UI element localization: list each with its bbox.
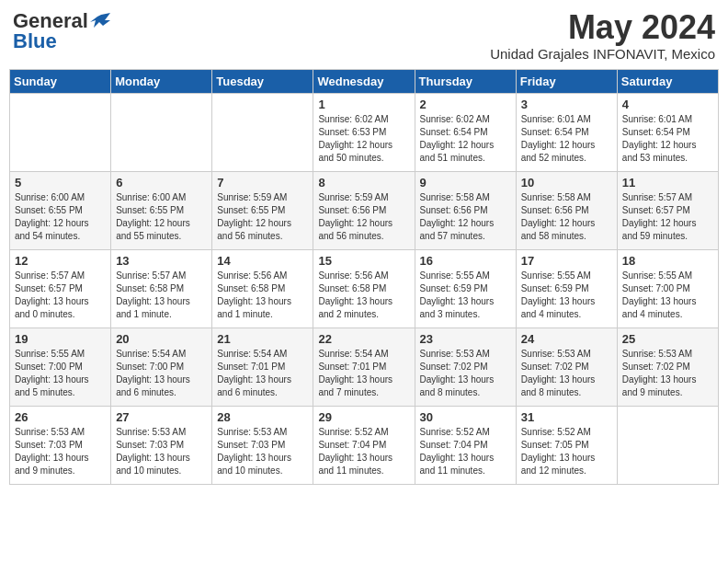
table-row: 23Sunrise: 5:53 AM Sunset: 7:02 PM Dayli… <box>415 327 516 406</box>
day-info: Sunrise: 5:57 AM Sunset: 6:57 PM Dayligh… <box>15 270 106 321</box>
table-row: 27Sunrise: 5:53 AM Sunset: 7:03 PM Dayli… <box>111 406 212 484</box>
table-row <box>212 93 313 171</box>
day-number: 15 <box>318 254 409 268</box>
day-info: Sunrise: 5:54 AM Sunset: 7:01 PM Dayligh… <box>217 348 308 399</box>
day-info: Sunrise: 6:01 AM Sunset: 6:54 PM Dayligh… <box>622 113 713 165</box>
table-row: 9Sunrise: 5:58 AM Sunset: 6:56 PM Daylig… <box>415 171 516 249</box>
day-info: Sunrise: 5:54 AM Sunset: 7:00 PM Dayligh… <box>116 348 207 399</box>
calendar-header-row: Sunday Monday Tuesday Wednesday Thursday… <box>10 69 719 93</box>
table-row: 21Sunrise: 5:54 AM Sunset: 7:01 PM Dayli… <box>212 327 313 406</box>
table-row: 13Sunrise: 5:57 AM Sunset: 6:58 PM Dayli… <box>111 249 212 327</box>
table-row: 7Sunrise: 5:59 AM Sunset: 6:55 PM Daylig… <box>212 171 313 249</box>
calendar-week-row: 5Sunrise: 6:00 AM Sunset: 6:55 PM Daylig… <box>10 171 719 249</box>
day-info: Sunrise: 5:57 AM Sunset: 6:58 PM Dayligh… <box>116 270 207 321</box>
day-info: Sunrise: 5:56 AM Sunset: 6:58 PM Dayligh… <box>318 270 409 321</box>
table-row: 29Sunrise: 5:52 AM Sunset: 7:04 PM Dayli… <box>313 406 415 484</box>
table-row <box>617 406 718 484</box>
day-number: 7 <box>217 176 308 190</box>
table-row: 17Sunrise: 5:55 AM Sunset: 6:59 PM Dayli… <box>516 249 617 327</box>
table-row: 12Sunrise: 5:57 AM Sunset: 6:57 PM Dayli… <box>10 249 111 327</box>
day-number: 30 <box>420 410 511 424</box>
title-section: May 2024 Unidad Grajales INFONAVIT, Mexi… <box>490 9 715 62</box>
day-number: 8 <box>318 176 409 190</box>
day-info: Sunrise: 5:59 AM Sunset: 6:55 PM Dayligh… <box>217 191 308 243</box>
logo-blue-text: Blue <box>13 29 57 53</box>
day-info: Sunrise: 5:53 AM Sunset: 7:03 PM Dayligh… <box>116 426 207 477</box>
day-number: 1 <box>318 98 409 111</box>
table-row: 2Sunrise: 6:02 AM Sunset: 6:54 PM Daylig… <box>415 93 516 171</box>
table-row: 25Sunrise: 5:53 AM Sunset: 7:02 PM Dayli… <box>617 327 718 406</box>
table-row: 22Sunrise: 5:54 AM Sunset: 7:01 PM Dayli… <box>313 327 415 406</box>
table-row: 8Sunrise: 5:59 AM Sunset: 6:56 PM Daylig… <box>313 171 415 249</box>
day-number: 14 <box>217 254 308 268</box>
day-number: 2 <box>420 98 511 111</box>
day-number: 17 <box>521 254 612 268</box>
table-row: 6Sunrise: 6:00 AM Sunset: 6:55 PM Daylig… <box>111 171 212 249</box>
day-info: Sunrise: 6:01 AM Sunset: 6:54 PM Dayligh… <box>521 113 612 165</box>
day-number: 31 <box>521 410 612 424</box>
calendar-table: Sunday Monday Tuesday Wednesday Thursday… <box>9 69 719 485</box>
location-subtitle: Unidad Grajales INFONAVIT, Mexico <box>490 46 715 62</box>
calendar-week-row: 12Sunrise: 5:57 AM Sunset: 6:57 PM Dayli… <box>10 249 719 327</box>
day-info: Sunrise: 5:52 AM Sunset: 7:04 PM Dayligh… <box>420 426 511 477</box>
table-row: 31Sunrise: 5:52 AM Sunset: 7:05 PM Dayli… <box>516 406 617 484</box>
day-info: Sunrise: 5:53 AM Sunset: 7:02 PM Dayligh… <box>420 348 511 399</box>
day-info: Sunrise: 5:57 AM Sunset: 6:57 PM Dayligh… <box>622 191 713 243</box>
logo-bird-icon <box>90 11 110 31</box>
day-number: 27 <box>116 410 207 424</box>
day-info: Sunrise: 5:55 AM Sunset: 7:00 PM Dayligh… <box>622 270 713 321</box>
header-wednesday: Wednesday <box>313 69 415 93</box>
day-info: Sunrise: 5:56 AM Sunset: 6:58 PM Dayligh… <box>217 270 308 321</box>
day-number: 3 <box>521 98 612 111</box>
day-number: 28 <box>217 410 308 424</box>
day-number: 29 <box>318 410 409 424</box>
day-number: 10 <box>521 176 612 190</box>
day-info: Sunrise: 5:55 AM Sunset: 7:00 PM Dayligh… <box>15 348 106 399</box>
day-info: Sunrise: 5:53 AM Sunset: 7:03 PM Dayligh… <box>217 426 308 477</box>
day-info: Sunrise: 5:53 AM Sunset: 7:02 PM Dayligh… <box>622 348 713 399</box>
day-number: 25 <box>622 332 713 346</box>
day-number: 11 <box>622 176 713 190</box>
table-row: 5Sunrise: 6:00 AM Sunset: 6:55 PM Daylig… <box>10 171 111 249</box>
day-number: 23 <box>420 332 511 346</box>
day-info: Sunrise: 5:52 AM Sunset: 7:05 PM Dayligh… <box>521 426 612 477</box>
day-number: 19 <box>15 332 106 346</box>
calendar-week-row: 19Sunrise: 5:55 AM Sunset: 7:00 PM Dayli… <box>10 327 719 406</box>
calendar-week-row: 1Sunrise: 6:02 AM Sunset: 6:53 PM Daylig… <box>10 93 719 171</box>
day-info: Sunrise: 6:00 AM Sunset: 6:55 PM Dayligh… <box>15 191 106 243</box>
table-row: 28Sunrise: 5:53 AM Sunset: 7:03 PM Dayli… <box>212 406 313 484</box>
day-info: Sunrise: 5:54 AM Sunset: 7:01 PM Dayligh… <box>318 348 409 399</box>
table-row: 26Sunrise: 5:53 AM Sunset: 7:03 PM Dayli… <box>10 406 111 484</box>
day-info: Sunrise: 5:59 AM Sunset: 6:56 PM Dayligh… <box>318 191 409 243</box>
table-row: 30Sunrise: 5:52 AM Sunset: 7:04 PM Dayli… <box>415 406 516 484</box>
table-row: 11Sunrise: 5:57 AM Sunset: 6:57 PM Dayli… <box>617 171 718 249</box>
header-friday: Friday <box>516 69 617 93</box>
logo: General Blue <box>13 9 110 53</box>
header-monday: Monday <box>111 69 212 93</box>
day-number: 18 <box>622 254 713 268</box>
table-row: 20Sunrise: 5:54 AM Sunset: 7:00 PM Dayli… <box>111 327 212 406</box>
day-info: Sunrise: 5:53 AM Sunset: 7:02 PM Dayligh… <box>521 348 612 399</box>
table-row: 14Sunrise: 5:56 AM Sunset: 6:58 PM Dayli… <box>212 249 313 327</box>
table-row <box>10 93 111 171</box>
table-row: 15Sunrise: 5:56 AM Sunset: 6:58 PM Dayli… <box>313 249 415 327</box>
day-info: Sunrise: 5:55 AM Sunset: 6:59 PM Dayligh… <box>420 270 511 321</box>
day-info: Sunrise: 5:53 AM Sunset: 7:03 PM Dayligh… <box>15 426 106 477</box>
header-saturday: Saturday <box>617 69 718 93</box>
day-info: Sunrise: 5:55 AM Sunset: 6:59 PM Dayligh… <box>521 270 612 321</box>
month-title: May 2024 <box>490 9 715 46</box>
table-row: 19Sunrise: 5:55 AM Sunset: 7:00 PM Dayli… <box>10 327 111 406</box>
table-row: 1Sunrise: 6:02 AM Sunset: 6:53 PM Daylig… <box>313 93 415 171</box>
day-number: 16 <box>420 254 511 268</box>
day-info: Sunrise: 6:00 AM Sunset: 6:55 PM Dayligh… <box>116 191 207 243</box>
table-row: 18Sunrise: 5:55 AM Sunset: 7:00 PM Dayli… <box>617 249 718 327</box>
day-number: 20 <box>116 332 207 346</box>
day-number: 5 <box>15 176 106 190</box>
table-row: 4Sunrise: 6:01 AM Sunset: 6:54 PM Daylig… <box>617 93 718 171</box>
header-sunday: Sunday <box>10 69 111 93</box>
day-number: 26 <box>15 410 106 424</box>
svg-marker-0 <box>90 13 110 28</box>
table-row: 16Sunrise: 5:55 AM Sunset: 6:59 PM Dayli… <box>415 249 516 327</box>
page-header: General Blue May 2024 Unidad Grajales IN… <box>9 9 719 62</box>
day-number: 9 <box>420 176 511 190</box>
